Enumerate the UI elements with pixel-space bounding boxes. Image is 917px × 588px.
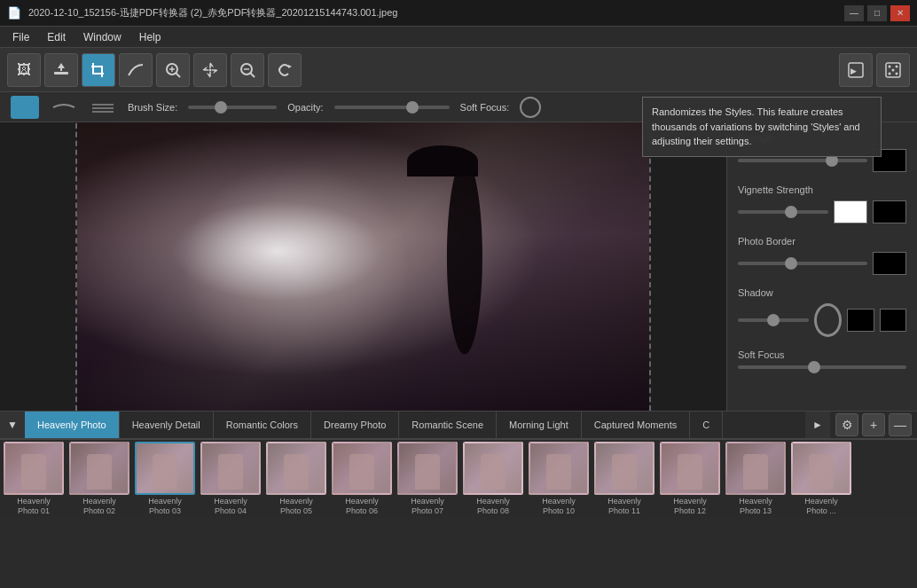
thumbnail-subject [21,454,46,490]
thumbnail-item[interactable]: Heavenly Photo 04 [199,442,263,516]
vignette-black-box[interactable] [873,200,906,223]
opacity-slider[interactable] [334,106,450,109]
zoom-in-button[interactable] [156,53,190,87]
thumbnail-subject [349,454,374,490]
thumbnail-label: Heavenly Photo 12 [673,497,707,516]
dice-button[interactable] [876,53,910,87]
thumbnail-item[interactable]: Heavenly Photo 08 [461,442,525,516]
tab-dreamy-photo[interactable]: Dreamy Photo [311,411,399,439]
thumbnail-image [69,442,129,495]
menu-edit[interactable]: Edit [38,27,74,47]
thumbnail-item[interactable]: Heavenly Photo 07 [396,442,459,516]
thumbnail-subject [809,454,834,490]
tabs-next-button[interactable]: ► [805,411,830,439]
svg-point-13 [889,65,891,67]
strength-color-box[interactable] [873,149,906,172]
canvas-image [77,122,649,411]
thumbnail-image [397,442,458,495]
thumbnail-item[interactable]: Heavenly Photo 01 [2,442,66,516]
thumbnail-image [266,442,326,495]
tab-romantic-scene[interactable]: Romantic Scene [399,411,497,439]
border-slider[interactable] [738,262,867,265]
svg-marker-9 [288,65,292,68]
zoom-out-button[interactable] [231,53,264,87]
thumbnail-subject [218,454,243,490]
thumbnail-label: Heavenly Photo 03 [148,497,182,516]
thumbnail-item[interactable]: Heavenly Photo 12 [658,442,722,516]
close-button[interactable]: ✕ [890,5,910,21]
thumbnail-label: Heavenly Photo 11 [607,497,641,516]
shadow-circle[interactable] [814,303,842,337]
thumbnail-image [200,442,261,495]
tab-romantic-colors[interactable]: Romantic Colors [214,411,311,439]
svg-point-15 [896,72,898,74]
thumbnail-subject [612,454,637,490]
thumbnail-item[interactable]: Heavenly Photo 11 [592,442,656,516]
tabs-prev-button[interactable]: ▼ [0,411,25,439]
thumbnail-label: Heavenly Photo 04 [214,497,247,516]
titlebar: 📄 2020-12-10_152156-迅捷PDF转换器 (2)_赤免PDF转换… [0,0,917,27]
thumbnail-label: Heavenly Photo 13 [739,497,772,516]
svg-line-2 [176,73,180,77]
softfocus-label: Soft Focus [738,349,906,360]
thumbnail-item[interactable]: Heavenly Photo ... [789,442,853,516]
thumbnail-item[interactable]: Heavenly Photo 05 [264,442,328,516]
thumbnail-image [135,442,195,495]
thumbnail-item[interactable]: Heavenly Photo 03 [133,442,197,516]
tab-captured-moments[interactable]: Captured Moments [582,411,691,439]
brush-2-button[interactable] [50,96,78,119]
thumbnail-image [594,442,654,495]
rotate-button[interactable] [268,53,302,87]
thumbnail-item[interactable]: Heavenly Photo 10 [527,442,591,516]
thumbnail-label: Heavenly Photo 10 [542,497,576,516]
tab-heavenly-detail[interactable]: Heavenly Detail [120,411,214,439]
svg-text:▶: ▶ [850,67,857,75]
brush-1-button[interactable] [11,96,39,119]
shadow-slider[interactable] [738,318,809,322]
maximize-button[interactable]: □ [867,5,887,21]
menubar: File Edit Window Help [0,27,917,48]
thumbnail-item[interactable]: Heavenly Photo 13 [724,442,788,516]
vignette-white-box[interactable] [834,200,867,223]
brush-size-slider[interactable] [188,106,277,109]
image-button[interactable]: 🖼 [7,53,41,87]
brush-3-button[interactable] [89,96,117,119]
svg-point-17 [889,72,891,74]
menu-window[interactable]: Window [74,27,130,47]
upload-button[interactable] [44,53,78,87]
remove-style-button[interactable]: — [889,413,912,436]
soft-focus-toggle[interactable] [520,97,541,118]
brush-toolbar: Brush Size: Opacity: Soft Focus: [0,92,917,122]
shadow-dark-box2[interactable] [880,309,906,332]
canvas-wrapper [75,122,651,411]
tab-morning-light[interactable]: Morning Light [497,411,582,439]
tab-heavenly-photo[interactable]: Heavenly Photo [25,411,120,439]
strength-section: Strength [738,133,906,172]
export-button[interactable]: ▶ [839,53,873,87]
curve-button[interactable] [119,53,153,87]
thumbnail-item[interactable]: Heavenly Photo 06 [330,442,394,516]
canvas-area [0,122,726,411]
crop-button[interactable] [82,53,115,87]
tab-action-icons: ⚙ + — [830,413,917,436]
thumbnail-subject [743,454,768,490]
border-color-box[interactable] [873,252,906,275]
menu-help[interactable]: Help [130,27,170,47]
style-settings-button[interactable]: ⚙ [835,413,858,436]
vignette-slider[interactable] [738,210,828,214]
thumbnail-image [4,442,64,495]
opacity-label: Opacity: [287,102,323,113]
minimize-button[interactable]: — [844,5,864,21]
move-button[interactable] [193,53,227,87]
menu-file[interactable]: File [4,27,38,47]
add-style-button[interactable]: + [862,413,885,436]
thumbnail-subject [284,454,309,490]
tab-c[interactable]: C [690,411,723,439]
softfocus-slider[interactable] [738,365,906,369]
thumbnail-item[interactable]: Heavenly Photo 02 [67,442,131,516]
svg-point-5 [209,68,212,71]
shadow-dark-box[interactable] [847,309,874,332]
strength-slider[interactable] [738,159,867,162]
strength-label: Strength [738,133,906,144]
thumbnail-label: Heavenly Photo 08 [476,497,510,516]
